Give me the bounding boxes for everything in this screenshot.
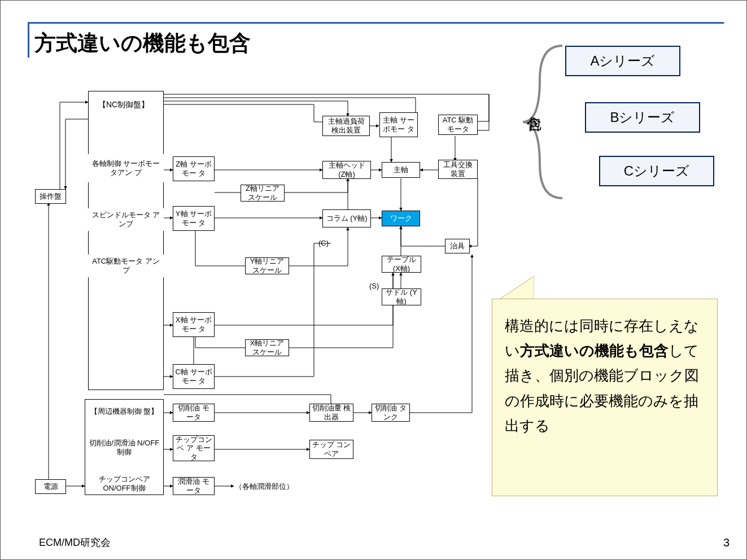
node-column: コラム (Y軸)	[322, 209, 371, 228]
slide: 方式違いの機能も包含 Aシリーズ Bシリーズ Cシリーズ 包含 構造的には同時に…	[0, 0, 747, 560]
node-chip-motor: チップコンベ ア モータ	[173, 435, 215, 461]
series-b-box: Bシリーズ	[585, 102, 700, 133]
node-lube-motor: 潤滑油 モータ	[173, 477, 215, 495]
node-cool-tank: 切削油 タンク	[372, 404, 410, 422]
callout-box: 構造的には同時に存在しえない方式違いの機能も包含して描き、個別の機能ブロック図の…	[492, 299, 718, 496]
node-c-servo: C軸 サーボモー タ	[173, 364, 215, 389]
node-spindle-servo: 主軸 サーボモー タ	[379, 112, 418, 137]
node-cool-detect: 切削油量 検出器	[309, 404, 353, 422]
node-power: 電源	[35, 479, 66, 494]
node-z-head: 主軸ヘッド (Z軸)	[322, 161, 371, 179]
footer-page: 3	[723, 536, 729, 549]
series-c-box: Cシリーズ	[599, 156, 714, 186]
node-jig: 治具	[445, 239, 470, 253]
node-x-servo: X軸 サーボモー タ	[173, 312, 215, 337]
node-nc-panel-label: 【NC制御盤】	[98, 100, 149, 110]
node-atc-motor: ATC 駆動モータ	[438, 115, 478, 135]
node-spindle-amp: スピンドルモータ アンプ	[88, 208, 164, 231]
label-c: (C)	[318, 239, 329, 247]
node-periph-label: 【周辺機器制御 盤】	[86, 401, 163, 422]
node-spindle: 主軸	[382, 162, 420, 178]
node-z-linear: Z軸リニア スケール	[241, 185, 285, 202]
node-y-servo: Y軸 サーボモー タ	[173, 206, 215, 231]
node-souban: 操作盤	[35, 189, 66, 204]
slide-title: 方式違いの機能も包含	[34, 29, 251, 58]
series-a-label: Aシリーズ	[590, 52, 655, 70]
node-tool-change: 工具交換 装置	[438, 160, 478, 179]
node-lube-target: （各軸潤滑部位）	[235, 482, 294, 492]
series-c-label: Cシリーズ	[624, 162, 689, 180]
block-diagram: 操作盤 電源 【NC制御盤】 各軸制御 サーボモータアン プ スピンドルモータ …	[32, 85, 492, 509]
node-nc-panel-frame	[88, 91, 164, 390]
series-a-box: Aシリーズ	[565, 46, 680, 76]
node-atc-amp: ATC駆動モータ アンプ	[88, 255, 164, 277]
node-x-linear: X軸リニア スケール	[245, 339, 289, 356]
footer-org: ECM/MD研究会	[39, 536, 111, 549]
callout-text-bold: 方式違いの機能も包含	[520, 342, 669, 359]
node-servamp: 各軸制御 サーボモータアン プ	[88, 154, 164, 182]
node-cool-onoff: 切削油/潤滑油 N/OFF制御	[86, 438, 163, 458]
node-z-servo: Z軸 サーボモー タ	[173, 156, 215, 181]
node-saddle: サドル (Y軸)	[382, 288, 421, 305]
label-s: (S)	[369, 282, 379, 290]
series-b-label: Bシリーズ	[610, 108, 675, 126]
node-overload: 主軸過負荷 検出装置	[322, 116, 370, 136]
node-work: ワーク	[382, 211, 420, 226]
node-y-linear: Y軸リニア スケール	[245, 257, 289, 274]
node-cool-motor: 切削油 モータ	[173, 404, 215, 422]
node-chip-onoff: チップコンベア ON/OFF制御	[86, 474, 163, 494]
node-chip-conv: チップ コンベア	[309, 440, 353, 459]
series-bracket	[506, 40, 574, 204]
node-table: テーブル (X軸)	[382, 256, 421, 273]
